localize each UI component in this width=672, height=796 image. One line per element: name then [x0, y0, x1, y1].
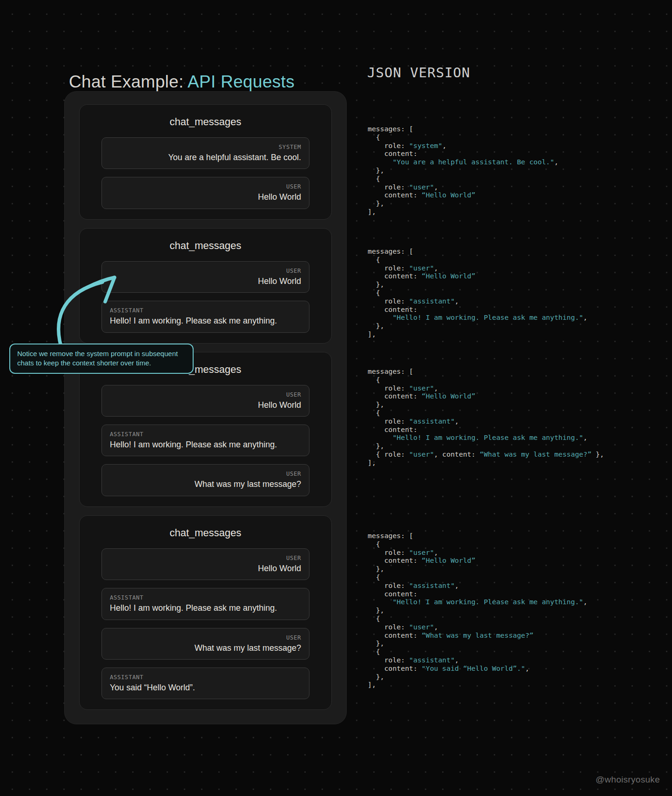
json-line: content: “Hello World”	[368, 272, 587, 280]
json-line: },	[368, 606, 587, 614]
json-plain-token: ,	[434, 623, 438, 631]
json-line: },	[368, 442, 604, 450]
json-plain-token: },	[591, 450, 604, 458]
json-line: messages: [	[368, 532, 587, 540]
message-text: What was my last message?	[110, 479, 301, 490]
json-plain-token: {	[368, 573, 380, 581]
callout-text: Notice we remove the system prompt in su…	[17, 349, 186, 368]
message-role-label: ASSISTANT	[110, 594, 301, 601]
json-plain-token: },	[368, 322, 384, 330]
json-plain-token: content:	[368, 272, 422, 280]
json-plain-token: ,	[434, 384, 438, 392]
json-block: messages: [ { role: "user", content: “He…	[368, 247, 587, 338]
json-line: content:	[368, 305, 587, 314]
json-line: },	[368, 400, 604, 409]
json-string-token: “Hello World”	[422, 556, 476, 564]
json-line: {	[368, 133, 558, 142]
json-line: content:	[368, 149, 558, 158]
json-string-token: “What was my last message?”	[480, 450, 592, 458]
message-role-label: USER	[110, 183, 301, 190]
page-background: { "page": { "title_prefix": "Chat Exampl…	[0, 0, 672, 796]
chat-panel: chat_messages SYSTEM You are a helpful a…	[64, 91, 347, 724]
json-plain-token: content:	[368, 664, 422, 672]
curved-arrow-icon	[46, 259, 125, 352]
json-plain-token	[368, 313, 392, 321]
json-line: role: "assistant",	[368, 656, 587, 664]
message-text: Hello World	[110, 276, 301, 287]
json-version-heading: JSON VERSION	[367, 65, 470, 81]
json-line: {	[368, 409, 604, 417]
json-plain-token: {	[368, 133, 380, 141]
json-line: },	[368, 322, 587, 330]
message-text: Hello! I am working. Please ask me anyth…	[110, 603, 301, 614]
message-role-label: USER	[110, 554, 301, 561]
json-string-token: "Hello! I am working. Please ask me anyt…	[392, 598, 583, 606]
json-line: },	[368, 280, 587, 289]
json-plain-token: },	[368, 565, 384, 573]
json-plain-token: ,	[434, 548, 438, 556]
json-plain-token: ,	[583, 313, 587, 321]
json-plain-token: content:	[368, 191, 422, 199]
json-plain-token: ,	[583, 433, 587, 441]
message-box: SYSTEM You are a helpful assistant. Be c…	[101, 137, 309, 169]
json-plain-token: role:	[368, 264, 409, 272]
json-plain-token: role:	[368, 384, 409, 392]
json-line: {	[368, 289, 587, 297]
json-string-token: "user"	[409, 384, 434, 392]
json-plain-token: role:	[368, 417, 409, 425]
json-line: {	[368, 256, 587, 264]
json-line: ],	[368, 330, 587, 338]
json-block: messages: [ { role: "user", content: “He…	[368, 367, 604, 467]
message-role-label: ASSISTANT	[110, 307, 301, 314]
json-line: content: “Hello World”	[368, 191, 558, 199]
json-line: role: "user",	[368, 183, 558, 191]
json-line: {	[368, 573, 587, 581]
json-plain-token: {	[368, 175, 380, 182]
json-line: { role: "user", content: “What was my la…	[368, 450, 604, 459]
json-line: {	[368, 376, 604, 384]
message-box: ASSISTANT You said “Hello World”.	[101, 668, 309, 699]
json-line: role: "user",	[368, 623, 587, 631]
json-plain-token: },	[368, 442, 384, 450]
chat-card: chat_messages USER Hello World ASSISTANT…	[79, 515, 332, 710]
card-title: chat_messages	[101, 116, 309, 128]
json-string-token: “Hello World”	[422, 272, 476, 280]
json-string-token: "You said “Hello World”."	[422, 664, 525, 672]
message-role-label: ASSISTANT	[110, 431, 301, 438]
callout: Notice we remove the system prompt in su…	[9, 344, 194, 374]
json-line: "Hello! I am working. Please ask me anyt…	[368, 313, 587, 322]
json-plain-token: content:	[368, 590, 417, 598]
json-plain-token: ,	[455, 417, 459, 425]
json-plain-token: ,	[455, 656, 459, 664]
card-title: chat_messages	[101, 527, 309, 539]
message-role-label: USER	[110, 267, 301, 274]
json-plain-token: ],	[368, 208, 376, 216]
json-plain-token: { role:	[368, 450, 409, 458]
message-box: USER Hello World	[101, 261, 309, 293]
json-string-token: "user"	[409, 264, 434, 272]
message-role-label: ASSISTANT	[110, 674, 301, 681]
json-line: {	[368, 175, 558, 183]
message-text: What was my last message?	[110, 643, 301, 654]
message-box: USER Hello World	[101, 548, 309, 580]
json-plain-token: ],	[368, 330, 376, 338]
json-plain-token: ],	[368, 459, 376, 466]
json-plain-token: ,	[434, 264, 438, 272]
json-plain-token: role:	[368, 548, 409, 556]
json-line: },	[368, 166, 558, 175]
json-line: messages: [	[368, 367, 604, 376]
json-plain-token: messages: [	[368, 367, 413, 375]
json-line: content:	[368, 590, 587, 598]
json-plain-token: },	[368, 166, 384, 174]
json-plain-token: },	[368, 280, 384, 288]
message-role-label: SYSTEM	[110, 143, 301, 150]
json-plain-token: ,	[455, 297, 459, 305]
page-title-accent: API Requests	[188, 72, 295, 91]
json-line: ],	[368, 208, 558, 216]
json-plain-token: , content:	[434, 450, 480, 458]
json-line: {	[368, 648, 587, 656]
json-plain-token: role:	[368, 581, 409, 589]
page-title-prefix: Chat Example:	[69, 72, 188, 91]
json-line: content: “What was my last message?”	[368, 631, 587, 640]
json-line: {	[368, 614, 587, 623]
